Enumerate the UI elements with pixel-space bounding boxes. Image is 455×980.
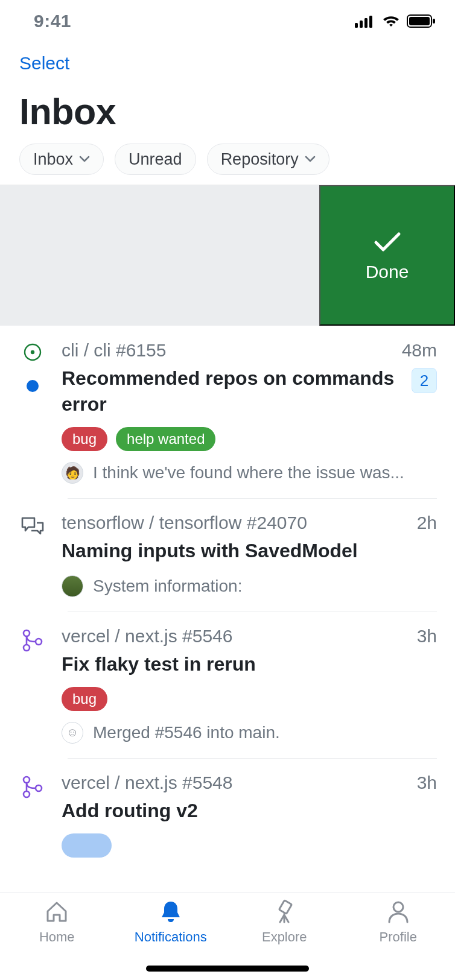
svg-rect-3 xyxy=(369,16,372,28)
cellular-icon xyxy=(355,14,375,28)
chevron-down-icon xyxy=(305,154,316,165)
item-labels: bug help wanted xyxy=(62,427,437,451)
svg-point-9 xyxy=(24,630,30,636)
wifi-icon xyxy=(381,14,401,28)
label-feature xyxy=(62,833,112,858)
filter-repository[interactable]: Repository xyxy=(207,144,329,175)
svg-point-14 xyxy=(36,785,42,791)
item-content: tensorflow / tensorflow #24070 2h Naming… xyxy=(62,513,437,596)
filter-repository-label: Repository xyxy=(221,150,299,169)
git-merge-icon xyxy=(22,628,43,653)
svg-point-12 xyxy=(24,777,30,783)
svg-point-8 xyxy=(31,350,34,354)
item-icon-column xyxy=(18,626,47,744)
item-comment: System information: xyxy=(62,575,437,597)
filter-inbox-label: Inbox xyxy=(33,150,73,169)
avatar: ☺ xyxy=(62,722,83,744)
svg-point-13 xyxy=(24,791,30,797)
item-content: cli / cli #6155 48m Recommended repos on… xyxy=(62,340,437,484)
header: Select Inbox Inbox Unread Repository xyxy=(0,42,455,185)
person-icon xyxy=(386,899,411,925)
item-icon-column xyxy=(18,513,47,596)
filter-inbox[interactable]: Inbox xyxy=(19,144,104,175)
item-time: 3h xyxy=(417,626,437,646)
svg-point-16 xyxy=(393,902,403,912)
avatar xyxy=(62,575,83,597)
svg-rect-15 xyxy=(279,900,292,914)
svg-point-11 xyxy=(36,639,42,645)
item-repo: vercel / next.js #5548 xyxy=(62,773,233,793)
item-comment-text: System information: xyxy=(93,577,242,596)
select-button[interactable]: Select xyxy=(19,53,69,74)
svg-rect-5 xyxy=(409,17,430,25)
discussion-icon xyxy=(21,515,45,539)
notification-item[interactable]: vercel / next.js #5548 3h Add routing v2 xyxy=(0,758,455,872)
item-content: vercel / next.js #5548 3h Add routing v2 xyxy=(62,773,437,858)
item-labels xyxy=(62,833,437,858)
page-title: Inbox xyxy=(19,90,436,133)
item-repo: vercel / next.js #5546 xyxy=(62,626,233,646)
item-time: 2h xyxy=(417,513,437,533)
item-title: Add routing v2 xyxy=(62,798,198,824)
chevron-down-icon xyxy=(79,154,90,165)
tab-bar: Home Notifications Explore Profile xyxy=(0,893,455,980)
item-comment: 🧑 I think we've found where the issue wa… xyxy=(62,462,437,484)
notification-item[interactable]: tensorflow / tensorflow #24070 2h Naming… xyxy=(0,498,455,611)
item-comment-text: Merged #5546 into main. xyxy=(93,723,280,742)
unread-dot-icon xyxy=(27,380,39,392)
done-label: Done xyxy=(366,262,409,282)
avatar: 🧑 xyxy=(62,462,83,484)
tab-notifications-label: Notifications xyxy=(135,929,207,945)
item-title: Recommended repos on commands error xyxy=(62,365,404,417)
svg-rect-6 xyxy=(433,19,435,24)
issue-open-icon xyxy=(23,343,42,362)
svg-rect-2 xyxy=(364,18,368,28)
home-indicator xyxy=(146,966,309,972)
item-content: vercel / next.js #5546 3h Fix flaky test… xyxy=(62,626,437,744)
tab-explore-label: Explore xyxy=(262,929,307,945)
item-time: 48m xyxy=(402,340,437,361)
label-bug: bug xyxy=(62,687,107,711)
count-badge: 2 xyxy=(412,368,437,393)
status-bar: 9:41 xyxy=(0,0,455,42)
notification-list: cli / cli #6155 48m Recommended repos on… xyxy=(0,326,455,872)
filter-unread[interactable]: Unread xyxy=(115,144,196,175)
checkmark-icon xyxy=(372,229,402,253)
item-comment: ☺ Merged #5546 into main. xyxy=(62,722,437,744)
svg-point-10 xyxy=(24,645,30,651)
item-title: Naming inputs with SavedModel xyxy=(62,538,358,564)
svg-rect-0 xyxy=(355,23,358,28)
home-icon xyxy=(44,899,69,925)
notification-item[interactable]: vercel / next.js #5546 3h Fix flaky test… xyxy=(0,612,455,758)
item-time: 3h xyxy=(417,773,437,793)
git-merge-icon xyxy=(22,775,43,799)
battery-icon xyxy=(407,14,436,28)
bell-icon xyxy=(158,899,183,925)
item-repo: cli / cli #6155 xyxy=(62,340,166,361)
svg-rect-1 xyxy=(360,21,363,28)
notification-item[interactable]: cli / cli #6155 48m Recommended repos on… xyxy=(0,326,455,498)
status-icons xyxy=(355,14,436,28)
label-bug: bug xyxy=(62,427,107,451)
tab-home[interactable]: Home xyxy=(0,899,114,980)
item-icon-column xyxy=(18,773,47,858)
tab-home-label: Home xyxy=(39,929,75,945)
item-title: Fix flaky test in rerun xyxy=(62,651,256,677)
telescope-icon xyxy=(272,899,297,925)
filter-unread-label: Unread xyxy=(129,150,182,169)
tab-profile[interactable]: Profile xyxy=(342,899,456,980)
swiped-notification-row: Done xyxy=(0,185,455,326)
done-swipe-action[interactable]: Done xyxy=(319,185,455,326)
item-comment-text: I think we've found where the issue was.… xyxy=(93,463,404,482)
label-help-wanted: help wanted xyxy=(116,427,215,451)
item-labels: bug xyxy=(62,687,437,711)
item-icon-column xyxy=(18,340,47,484)
swiped-content-placeholder[interactable] xyxy=(0,185,319,326)
item-repo: tensorflow / tensorflow #24070 xyxy=(62,513,307,533)
tab-profile-label: Profile xyxy=(380,929,417,945)
status-time: 9:41 xyxy=(34,11,71,31)
filter-chips: Inbox Unread Repository xyxy=(19,144,436,175)
